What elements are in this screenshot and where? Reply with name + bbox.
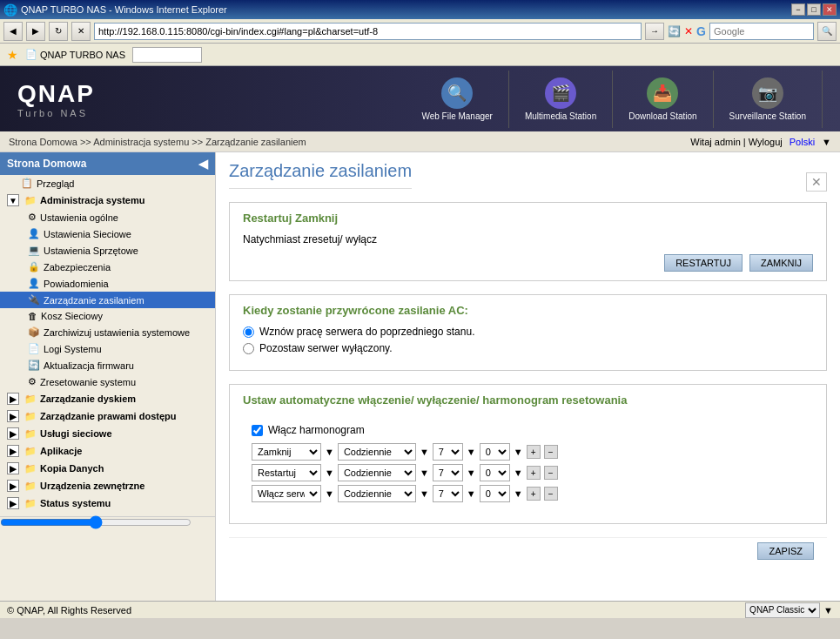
back-button[interactable]: ◀ (3, 22, 23, 41)
lang-selector[interactable]: Polski (790, 137, 815, 147)
admin-folder-icon: 📁 (24, 195, 37, 206)
sidebar-item-admin[interactable]: ▼ 📁 Administracja systemu (0, 192, 215, 209)
admin-tree-icon: ▼ (7, 194, 19, 206)
page-close-icon[interactable]: ✕ (806, 172, 827, 192)
sidebar-item-zabezpieczenia[interactable]: 🔒 Zabezpieczenia (0, 259, 215, 275)
ac-radio-1[interactable] (243, 326, 254, 338)
status-right: QNAP Classic Default ▼ (745, 602, 833, 618)
multimedia-icon-item[interactable]: 🎬 Multimedia Station (509, 71, 613, 128)
freq-select-3[interactable]: Codziennie Poniedziałek (338, 485, 416, 502)
status-folder-icon: 📁 (24, 498, 37, 509)
user-info: Witaj admin | Wyloguj (690, 137, 782, 147)
bookmark-input[interactable] (132, 47, 202, 63)
save-button[interactable]: ZAPISZ (757, 542, 814, 560)
close-button[interactable]: ✕ (823, 3, 837, 16)
shutdown-button[interactable]: ZAMKNIJ (749, 254, 813, 272)
action-select-2[interactable]: Restartuj Zamknij Włącz serwer (252, 464, 321, 481)
schedule-checkbox[interactable] (252, 425, 263, 436)
ac-radio-2[interactable] (243, 343, 254, 354)
sidebar-item-aktualizacja[interactable]: 🔄 Aktualizacja firmwaru (0, 357, 215, 373)
zabezpieczenia-icon: 🔒 (28, 261, 40, 272)
sidebar-item-uslugi[interactable]: ▶ 📁 Usługi sieciowe (0, 425, 215, 442)
forward-button[interactable]: ▶ (26, 22, 45, 41)
stop-button[interactable]: ✕ (71, 22, 91, 41)
window-title: QNAP TURBO NAS - Windows Internet Explor… (21, 4, 227, 15)
sidebar-item-status[interactable]: ▶ 📁 Status systemu (0, 494, 215, 512)
remove-row-3[interactable]: − (544, 487, 558, 501)
sidebar-item-logi[interactable]: 📄 Logi Systemu (0, 340, 215, 357)
sidebar-item-zarzadzanie-zasilaniem[interactable]: 🔌 Zarządzanie zasilaniem (0, 292, 215, 308)
refresh-icon: 🔄 (668, 25, 681, 37)
content-inner: Strona Domowa ◀ 📋 Przegląd ▼ 📁 Administr… (0, 152, 840, 601)
sidebar-collapse-button[interactable]: ◀ (198, 157, 208, 171)
remove-row-1[interactable]: − (544, 445, 558, 459)
sidebar-item-ustawienia-ogolne[interactable]: ⚙ Ustawienia ogólne (0, 209, 215, 225)
add-row-1[interactable]: + (527, 445, 541, 459)
sidebar-scrollbar[interactable] (0, 518, 192, 527)
minimize-button[interactable]: − (791, 3, 805, 16)
ac-option-1-label: Wznów pracę serwera do poprzedniego stan… (259, 326, 474, 338)
restart-shutdown-title: Restartuj Zamknij (243, 212, 813, 225)
surveillance-icon-item[interactable]: 📷 Surveillance Station (714, 71, 823, 128)
hour-select-3[interactable]: 7 (433, 485, 463, 502)
schedule-content: Włącz harmonogram Zamknij Restartuj Włąc… (243, 415, 813, 515)
min-select-1[interactable]: 0 51015 (480, 443, 510, 461)
sidebar-item-dysk[interactable]: ▶ 📁 Zarządzanie dyskiem (0, 390, 215, 407)
sidebar-item-prawa[interactable]: ▶ 📁 Zarządzanie prawami dostępu (0, 407, 215, 425)
ac-option-1: Wznów pracę serwera do poprzedniego stan… (243, 326, 813, 338)
bookmark-label: QNAP TURBO NAS (40, 50, 125, 60)
ac-power-section: Kiedy zostanie przywrócone zasilanie AC:… (229, 294, 827, 371)
min-arrow-2: ▼ (514, 467, 523, 478)
action-select-3[interactable]: Włącz serwer Zamknij Restartuj (252, 485, 321, 502)
hour-arrow-1: ▼ (467, 447, 476, 457)
sidebar-item-ustawienia-sieciowe[interactable]: 👤 Ustawienia Sieciowe (0, 225, 215, 242)
address-input[interactable] (94, 23, 642, 40)
ustawienia-sieciowe-icon: 👤 (28, 228, 40, 239)
reset-label: Zresetowanie systemu (40, 377, 136, 387)
kosz-icon: 🗑 (28, 311, 37, 321)
refresh-button[interactable]: ↻ (49, 22, 68, 41)
webfilemanager-icon-item[interactable]: 🔍 Web File Manager (406, 71, 509, 128)
sidebar-item-kopia[interactable]: ▶ 📁 Kopia Danych (0, 460, 215, 477)
sidebar-item-ustawienia-sprzetowe[interactable]: 💻 Ustawienia Sprzętowe (0, 242, 215, 259)
zasilanie-icon: 🔌 (28, 294, 40, 306)
download-icon-item[interactable]: 📥 Download Station (613, 71, 713, 128)
logi-icon: 📄 (28, 343, 40, 354)
sidebar-item-reset[interactable]: ⚙ Zresetowanie systemu (0, 373, 215, 390)
bookmark-qnap[interactable]: 📄 QNAP TURBO NAS (25, 49, 125, 60)
breadcrumb-right: Witaj admin | Wyloguj Polski ▼ (690, 137, 831, 147)
freq-select-1[interactable]: Codziennie Poniedziałek Wtorek (338, 443, 416, 461)
restart-button[interactable]: RESTARTUJ (664, 254, 743, 272)
breadcrumb: Strona Domowa >> Administracja systemu >… (9, 137, 306, 147)
theme-selector[interactable]: QNAP Classic Default (745, 602, 820, 618)
search-input[interactable] (709, 23, 814, 40)
sidebar-item-aplikacje[interactable]: ▶ 📁 Aplikacje (0, 442, 215, 460)
qnap-sub: Turbo NAS (17, 108, 95, 118)
sidebar-item-urzadzenia[interactable]: ▶ 📁 Urządzenia zewnętrzne (0, 477, 215, 494)
hour-select-1[interactable]: 7 0123456 (433, 443, 463, 461)
min-select-2[interactable]: 0 (480, 464, 510, 481)
uslugi-label: Usługi sieciowe (40, 428, 112, 439)
maximize-button[interactable]: □ (807, 3, 821, 16)
action-select-1[interactable]: Zamknij Restartuj Włącz serwer (252, 443, 321, 461)
webfile-label: Web File Manager (421, 111, 493, 121)
add-row-3[interactable]: + (527, 487, 541, 501)
surveillance-label: Surveillance Station (729, 111, 806, 121)
go-button[interactable]: → (645, 23, 664, 40)
add-row-2[interactable]: + (527, 466, 541, 480)
search-button[interactable]: 🔍 (817, 22, 837, 41)
archiwizuj-label: Zarchiwizuj ustawienia systemowe (44, 327, 190, 338)
ustawienia-sprzetowe-label: Ustawienia Sprzętowe (44, 246, 138, 256)
hour-select-2[interactable]: 7 (433, 464, 463, 481)
sidebar-item-powiadomienia[interactable]: 👤 Powiadomienia (0, 275, 215, 292)
sidebar-header: Strona Domowa ◀ (0, 152, 215, 175)
freq-select-2[interactable]: Codziennie Poniedziałek (338, 464, 416, 481)
freq-arrow-1: ▼ (420, 447, 429, 457)
sidebar-item-kosz-sieciowy[interactable]: 🗑 Kosz Sieciowy (0, 308, 215, 324)
sidebar-title: Strona Domowa (7, 158, 86, 170)
freq-arrow-2: ▼ (420, 467, 429, 478)
sidebar-item-przeglad[interactable]: 📋 Przegląd (0, 175, 215, 192)
sidebar-item-archiwizuj[interactable]: 📦 Zarchiwizuj ustawienia systemowe (0, 324, 215, 340)
min-select-3[interactable]: 0 (480, 485, 510, 502)
remove-row-2[interactable]: − (544, 466, 558, 480)
